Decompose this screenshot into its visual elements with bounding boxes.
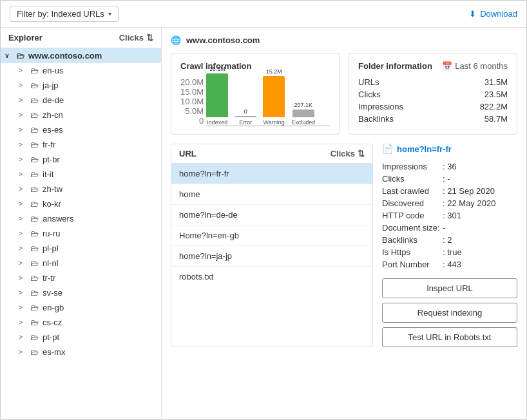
folder-stat-value: 58.7M	[484, 114, 508, 124]
detail-key: Backlinks	[382, 235, 440, 245]
folder-stat-label: Backlinks	[358, 114, 394, 124]
sidebar-item-zh-cn[interactable]: > 🗁 zh-cn	[1, 108, 161, 122]
y-axis-labels: 20.0M 15.0M 10.0M 5.0M 0	[180, 77, 204, 126]
chevron-icon: >	[19, 274, 28, 282]
sidebar-item-en-gb[interactable]: > 🗁 en-gb	[1, 300, 161, 315]
chevron-icon: >	[19, 171, 28, 178]
sidebar-item-fr-fr[interactable]: > 🗁 fr-fr	[1, 137, 161, 152]
bar-value: 15.2M	[266, 68, 282, 75]
sidebar-item-sv-se[interactable]: > 🗁 sv-se	[1, 285, 161, 300]
sidebar-item-es-mx[interactable]: > 🗁 es-mx	[1, 345, 161, 359]
sidebar-item-tr-tr[interactable]: > 🗁 tr-tr	[1, 271, 161, 285]
folder-icon: 🗁	[30, 169, 39, 179]
bar-value: 0	[244, 108, 247, 115]
folder-stat-label: URLs	[358, 77, 379, 87]
chevron-icon: >	[19, 186, 28, 193]
sidebar-item-label: ja-jp	[43, 81, 59, 90]
request-indexing-button[interactable]: Request indexing	[382, 303, 517, 323]
url-rows: home?ln=fr-frhomehome?ln=de-deHome?ln=en…	[171, 164, 372, 287]
bar-name: Indexed	[207, 119, 227, 126]
bar-rect	[206, 73, 228, 117]
sidebar-item-de-de[interactable]: > 🗁 de-de	[1, 93, 161, 108]
detail-header-link[interactable]: home?ln=fr-fr	[397, 144, 452, 154]
detail-row: Is Https : true	[382, 246, 517, 258]
folder-stat-value: 822.2M	[480, 102, 508, 111]
sidebar-item-nl-nl[interactable]: > 🗁 nl-nl	[1, 256, 161, 271]
download-icon: ⬇	[469, 9, 476, 19]
sidebar-item-label: cs-cz	[43, 318, 62, 327]
sidebar-item-label: fr-fr	[43, 140, 55, 149]
sidebar-item-label: tr-tr	[43, 273, 55, 283]
bar-group-error: 0 Error	[235, 108, 256, 126]
sidebar-item-cs-cz[interactable]: > 🗁 cs-cz	[1, 315, 161, 330]
sidebar-item-ko-kr[interactable]: > 🗁 ko-kr	[1, 196, 161, 211]
filter-dropdown[interactable]: Filter by: Indexed URLs ▾	[10, 6, 119, 22]
sidebar-item-en-us[interactable]: > 🗁 en-us	[1, 63, 161, 78]
folder-icon: 🗁	[30, 95, 39, 105]
sidebar-item-it-it[interactable]: > 🗁 it-it	[1, 167, 161, 182]
sidebar-item-label: es-es	[43, 125, 63, 135]
detail-val: : 443	[443, 260, 461, 269]
bar-name: Error	[239, 119, 252, 126]
inspect-url-button[interactable]: Inspect URL	[382, 278, 517, 298]
detail-row: HTTP code : 301	[382, 209, 517, 222]
url-row[interactable]: robots.txt	[171, 267, 372, 287]
sidebar-title: Explorer	[8, 33, 43, 43]
chevron-icon: >	[19, 200, 28, 207]
folder-stat-row: Clicks 23.5M	[358, 88, 508, 100]
sidebar-item-answers[interactable]: > 🗁 answers	[1, 211, 161, 226]
sidebar-item-pl-pl[interactable]: > 🗁 pl-pl	[1, 241, 161, 256]
folder-stat-row: Impressions 822.2M	[358, 100, 508, 113]
sidebar-header: Explorer Clicks ⇅	[1, 28, 161, 48]
detail-val: : true	[443, 247, 462, 257]
download-button[interactable]: ⬇ Download	[469, 9, 517, 19]
test-robots-button[interactable]: Test URL in Robots.txt	[382, 327, 517, 347]
top-bar: Filter by: Indexed URLs ▾ ⬇ Download	[1, 1, 526, 28]
bar-group-excluded: 207.1K Excluded	[291, 102, 315, 126]
detail-row: Last crawled : 21 Sep 2020	[382, 185, 517, 197]
sidebar-item-ru-ru[interactable]: > 🗁 ru-ru	[1, 226, 161, 241]
detail-val: : 301	[443, 211, 461, 220]
globe-icon: 🌐	[171, 35, 181, 45]
sidebar-item-ja-jp[interactable]: > 🗁 ja-jp	[1, 78, 161, 93]
url-row[interactable]: Home?ln=en-gb	[171, 225, 372, 246]
sidebar-item-label: ko-kr	[43, 199, 61, 209]
chevron-icon: >	[19, 156, 28, 163]
chevron-icon: >	[19, 215, 28, 222]
content-area: 🌐 www.contoso.com Crawl information 20.0…	[162, 28, 526, 419]
folder-icon: 🗁	[30, 199, 39, 209]
sidebar-root-item[interactable]: ∨ 🗁 www.contoso.com	[1, 48, 161, 63]
sidebar-item-zh-tw[interactable]: > 🗁 zh-tw	[1, 182, 161, 196]
folder-icon: 🗁	[30, 273, 39, 283]
url-row[interactable]: home?ln=de-de	[171, 205, 372, 225]
detail-key: Is Https	[382, 247, 440, 257]
crawl-card: Crawl information 20.0M 15.0M 10.0M 5.0M…	[171, 53, 340, 135]
folder-icon: 🗁	[30, 81, 39, 90]
filter-chevron: ▾	[108, 10, 111, 17]
chevron-icon: >	[19, 348, 28, 356]
folder-card-title: Folder information	[358, 61, 432, 71]
chevron-icon: >	[19, 230, 28, 237]
sidebar-item-label: nl-nl	[43, 258, 59, 268]
sidebar-item-pt-br[interactable]: > 🗁 pt-br	[1, 152, 161, 167]
folder-icon: 🗁	[30, 184, 39, 194]
folder-icon: 🗁	[30, 229, 39, 238]
sidebar-item-label: es-mx	[43, 347, 65, 357]
detail-row: Impressions : 36	[382, 160, 517, 173]
url-row[interactable]: home?ln=ja-jp	[171, 246, 372, 267]
bar-rect	[235, 116, 256, 117]
filter-label: Filter by: Indexed URLs	[17, 9, 104, 19]
bar-group-warning: 15.2M Warning	[263, 68, 285, 126]
date-label: Last 6 months	[455, 61, 508, 71]
url-row[interactable]: home?ln=fr-fr	[171, 164, 372, 184]
sidebar-item-pt-pt[interactable]: > 🗁 pt-pt	[1, 330, 161, 345]
detail-key: Discovered	[382, 198, 440, 208]
folder-stat-label: Impressions	[358, 102, 403, 111]
sidebar: Explorer Clicks ⇅ ∨ 🗁 www.contoso.com > …	[1, 28, 162, 419]
bar-rect	[292, 110, 314, 117]
url-row[interactable]: home	[171, 184, 372, 205]
chevron-icon: >	[19, 82, 28, 89]
detail-key: Document size:	[382, 223, 440, 233]
sidebar-item-es-es[interactable]: > 🗁 es-es	[1, 122, 161, 137]
sidebar-item-label: de-de	[43, 95, 64, 105]
